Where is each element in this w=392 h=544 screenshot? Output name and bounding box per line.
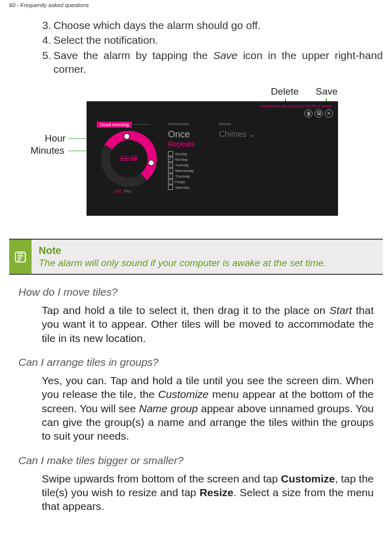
text: Tap and hold a tile to select it, then d…: [42, 304, 329, 316]
ampm-toggle[interactable]: AMPM: [114, 189, 131, 194]
question-heading-move-tiles: How do I move tiles?: [18, 286, 383, 298]
save-icon[interactable]: 🖫: [315, 109, 323, 118]
step-text: Choose which days the alarm should go of…: [53, 18, 261, 32]
note-content: Note The alarm will only sound if your c…: [32, 240, 333, 274]
customize-word: Customize: [281, 473, 335, 484]
day-label: Monday: [175, 158, 188, 161]
sound-dropdown[interactable]: Chimes: [219, 129, 256, 139]
answer-move-tiles: Tap and hold a tile to select it, then d…: [42, 303, 374, 345]
alarm-app-screenshot: Notifications will only show if the PC i…: [87, 101, 338, 216]
step5-pre: Save the alarm by tapping the: [53, 49, 213, 61]
day-tuesday[interactable]: Tuesday: [168, 162, 194, 167]
pm-label[interactable]: PM: [124, 189, 131, 194]
answer-groups: Yes, you can. Tap and hold a tile until …: [42, 374, 374, 443]
note-title: Note: [39, 245, 326, 256]
sound-header: Sound: [219, 122, 256, 126]
occurrence-header: Occurrence: [168, 122, 194, 126]
day-saturday[interactable]: Saturday: [168, 185, 194, 190]
callout-hour: Hour: [45, 133, 66, 144]
step-5: 5. Save the alarm by tapping the Save ic…: [42, 48, 383, 76]
step-number: 3.: [42, 18, 53, 32]
question-heading-groups: Can I arrange tiles in groups?: [18, 356, 383, 368]
note-icon: [9, 240, 32, 274]
day-sunday[interactable]: Sunday: [168, 151, 194, 156]
callout-delete: Delete: [271, 86, 299, 97]
titlebar-icons: 🗑 🖫 ✕: [304, 109, 333, 118]
step-number: 4.: [42, 33, 53, 47]
day-wednesday[interactable]: Wednesday: [168, 168, 194, 173]
callout-minutes: Minutes: [31, 145, 65, 156]
alarm-name-badge: Good morning: [97, 122, 132, 128]
alarm-name-line: [129, 124, 150, 125]
callout-save: Save: [316, 86, 338, 97]
sound-column: Sound Chimes: [219, 122, 256, 139]
note-body: The alarm will only sound if your comput…: [39, 257, 326, 269]
time-dial[interactable]: 11:15: [101, 131, 157, 187]
step-4: 4. Select the notification.: [42, 33, 383, 47]
resize-word: Resize: [200, 486, 234, 498]
name-group-word: Name group: [139, 403, 198, 414]
am-label[interactable]: AM: [114, 189, 121, 194]
day-monday[interactable]: Monday: [168, 157, 194, 162]
occurrence-column: Occurrence Once Repeats Sunday Monday Tu…: [168, 122, 194, 190]
day-friday[interactable]: Friday: [168, 179, 194, 184]
page-header: 60 - Frequently asked questions: [9, 0, 383, 18]
days-list: Sunday Monday Tuesday Wednesday Thursday…: [168, 151, 194, 190]
start-word: Start: [329, 304, 352, 316]
day-thursday[interactable]: Thursday: [168, 174, 194, 179]
customize-word: Customize: [158, 388, 209, 400]
note-box: Note The alarm will only sound if your c…: [9, 239, 383, 275]
day-label: Saturday: [175, 186, 189, 189]
day-label: Sunday: [175, 152, 187, 156]
step-text: Save the alarm by tapping the Save icon …: [53, 48, 383, 76]
day-label: Wednesday: [175, 169, 194, 173]
question-heading-resize: Can I make tiles bigger or smaller?: [18, 454, 383, 467]
day-label: Thursday: [175, 175, 190, 178]
step-text: Select the notification.: [53, 33, 158, 47]
dial-time-value: 11:15: [101, 154, 157, 162]
day-label: Tuesday: [175, 163, 189, 167]
step5-save-word: Save: [213, 49, 238, 61]
delete-icon[interactable]: 🗑: [304, 109, 313, 118]
notification-warning-text: Notifications will only show if the PC i…: [260, 104, 333, 108]
occurrence-repeats[interactable]: Repeats: [168, 140, 194, 148]
step-3: 3. Choose which days the alarm should go…: [42, 18, 383, 32]
step-number: 5.: [42, 48, 53, 76]
alarm-screenshot-figure: Delete Save Hour Minutes Notifications w…: [46, 86, 346, 218]
close-icon[interactable]: ✕: [325, 109, 333, 118]
occurrence-once[interactable]: Once: [168, 129, 194, 140]
text: Swipe upwards from bottom of the screen …: [42, 473, 281, 484]
answer-resize: Swipe upwards from bottom of the screen …: [42, 472, 374, 513]
day-label: Friday: [175, 180, 185, 184]
